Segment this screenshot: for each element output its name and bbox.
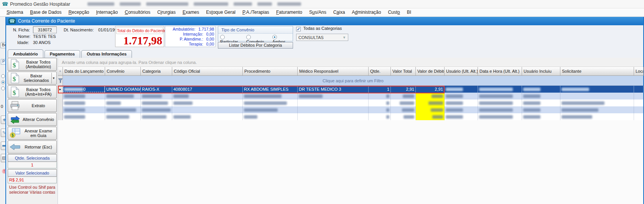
menu-item-bi[interactable]: BI bbox=[404, 9, 415, 16]
background-tab[interactable]: Be bbox=[0, 42, 5, 48]
cell-usuario-ult-alt[interactable] bbox=[445, 93, 478, 100]
cell-categoria[interactable]: RAIOS-X bbox=[141, 86, 172, 93]
column-header-convenio[interactable]: Convênio bbox=[105, 67, 141, 76]
cell-codigo-oficial[interactable]: 40808017 bbox=[172, 86, 243, 93]
cell-procedimento[interactable]: RX ABDOME SIMPLES bbox=[243, 86, 298, 93]
cell-local[interactable] bbox=[634, 93, 644, 100]
cell-convenio[interactable] bbox=[105, 100, 141, 106]
menu-item-internacao[interactable]: Internação bbox=[92, 9, 121, 16]
table-row-selected[interactable]: ▸0UNIMED GOIANIARAIOS-X40808017RX ABDOME… bbox=[58, 86, 643, 93]
cell-categoria[interactable] bbox=[141, 93, 172, 100]
baixar-selecionados-button[interactable]: $Baixar Selecionados▼ bbox=[8, 72, 57, 85]
tab-ambulatorio[interactable]: Ambulatório bbox=[8, 49, 43, 58]
row-indicator-cell[interactable] bbox=[58, 100, 63, 106]
menu-item-p-a-terapias[interactable]: P.A./Terapias bbox=[239, 9, 273, 16]
cell-solicitante[interactable] bbox=[560, 100, 634, 106]
row-indicator-header[interactable]: ✳ bbox=[58, 67, 63, 76]
cell-categoria[interactable] bbox=[141, 100, 172, 106]
cell-usuario-incluiu[interactable] bbox=[522, 100, 560, 106]
filter-funnel-cell[interactable] bbox=[58, 76, 63, 85]
cell-valor-total[interactable] bbox=[391, 93, 416, 100]
cell-usuario-incluiu[interactable] bbox=[522, 113, 560, 120]
cell-data-e-hora-ult-alt[interactable] bbox=[478, 100, 522, 106]
cell-local[interactable] bbox=[634, 106, 644, 113]
menu-item-custo[interactable]: Custo bbox=[384, 9, 403, 16]
menu-item-base-de-dados[interactable]: Base de Dados bbox=[26, 9, 65, 16]
ficha-value[interactable]: 318072 bbox=[33, 26, 57, 33]
cell-solicitante[interactable] bbox=[560, 93, 634, 100]
column-header-usuario-ult-alt[interactable]: Usuário (Ult. Alt.) bbox=[445, 67, 478, 76]
cell-local[interactable] bbox=[634, 100, 644, 106]
listar-debitos-button[interactable]: Listar Débitos Por Categoria bbox=[218, 42, 293, 49]
cell-codigo-oficial[interactable] bbox=[172, 93, 243, 100]
cell-qtde[interactable] bbox=[369, 106, 391, 113]
baixar-todos-ambulatorio-button[interactable]: $Baixar Todos (Ambulatório) bbox=[8, 58, 57, 71]
cell-data-do-lancamento[interactable]: 0 bbox=[63, 86, 105, 93]
menu-item-faturamento[interactable]: Faturamento bbox=[273, 9, 306, 16]
cell-qtde[interactable] bbox=[369, 100, 391, 106]
column-header-solicitante[interactable]: Solicitante bbox=[560, 67, 634, 76]
group-by-bar[interactable]: Arraste uma coluna aqui para agrupa-la. … bbox=[58, 58, 643, 67]
cell-usuario-incluiu[interactable] bbox=[522, 86, 560, 93]
menu-item-cirurgias[interactable]: Cirurgias bbox=[154, 9, 179, 16]
column-header-categoria[interactable]: Categoria bbox=[141, 67, 172, 76]
cell-valor-total[interactable] bbox=[391, 100, 416, 106]
row-indicator-cell[interactable]: ▸ bbox=[58, 86, 63, 93]
cell-procedimento[interactable] bbox=[243, 93, 298, 100]
cell-medico-responsavel[interactable] bbox=[298, 106, 369, 113]
cell-medico-responsavel[interactable]: DR TESTE MEDICO 3 bbox=[298, 86, 369, 93]
column-header-usuario-incluiu[interactable]: Usuário Incluiu bbox=[522, 67, 560, 76]
cell-solicitante[interactable] bbox=[560, 86, 634, 93]
cell-convenio[interactable] bbox=[105, 106, 141, 113]
alterar-convenio-button[interactable]: Alterar Convênio bbox=[8, 113, 57, 126]
window-titlebar[interactable]: ☎ Conta Corrente do Paciente bbox=[6, 17, 643, 25]
cell-qtde[interactable] bbox=[369, 93, 391, 100]
cell-qtde[interactable]: 1 bbox=[369, 86, 391, 93]
print-button[interactable] bbox=[1, 154, 5, 162]
anexar-exame-em-guia-button[interactable]: $Anexar Exame em Guia bbox=[8, 127, 57, 140]
cell-valor-de-debito[interactable]: 2,91 bbox=[416, 86, 445, 93]
cell-data-e-hora-ult-alt[interactable] bbox=[478, 86, 522, 93]
cell-convenio[interactable]: UNIMED GOIANIA bbox=[105, 86, 141, 93]
row-indicator-cell[interactable] bbox=[58, 93, 63, 100]
table-row[interactable] bbox=[58, 100, 643, 106]
menu-item-sistema[interactable]: Sistema bbox=[3, 9, 26, 16]
menu-item-administracao[interactable]: Administração bbox=[348, 9, 384, 16]
grid-filter-row[interactable]: Clique aqui para definir um Filtro bbox=[58, 76, 643, 86]
tab-pagamentos[interactable]: Pagamentos bbox=[44, 50, 80, 58]
cell-codigo-oficial[interactable] bbox=[172, 113, 243, 120]
cell-valor-total[interactable]: 2,91 bbox=[391, 86, 416, 93]
cell-local[interactable] bbox=[634, 86, 644, 93]
cell-data-e-hora-ult-alt[interactable] bbox=[478, 106, 522, 113]
cell-codigo-oficial[interactable] bbox=[172, 100, 243, 106]
row-indicator-cell[interactable] bbox=[58, 106, 63, 113]
cell-medico-responsavel[interactable] bbox=[298, 93, 369, 100]
table-row[interactable] bbox=[58, 93, 643, 100]
column-header-medico-responsavel[interactable]: Médico Responsável bbox=[298, 67, 369, 76]
table-row[interactable] bbox=[58, 113, 643, 120]
cell-medico-responsavel[interactable] bbox=[298, 113, 369, 120]
menu-item-estoque-geral[interactable]: Estoque Geral bbox=[203, 9, 239, 16]
categoria-dropdown[interactable]: CONSULTAS ▼ bbox=[296, 34, 348, 41]
menu-item-exames[interactable]: Exames bbox=[179, 9, 203, 16]
cell-data-do-lancamento[interactable] bbox=[63, 93, 105, 100]
menu-item-sus-ans[interactable]: Sus/Ans bbox=[306, 9, 330, 16]
cell-usuario-ult-alt[interactable] bbox=[445, 113, 478, 120]
cell-usuario-ult-alt[interactable] bbox=[445, 86, 478, 93]
extrato-button[interactable]: Extrato bbox=[8, 99, 57, 112]
menu-item-caixa[interactable]: Caixa bbox=[330, 9, 349, 16]
column-header-local[interactable]: Local bbox=[634, 67, 644, 76]
cell-usuario-ult-alt[interactable] bbox=[445, 100, 478, 106]
column-header-data-do-lancamento[interactable]: Data do Lançamento▼ bbox=[63, 67, 105, 76]
cell-valor-total[interactable] bbox=[391, 113, 416, 120]
cell-data-do-lancamento[interactable] bbox=[63, 106, 105, 113]
cell-solicitante[interactable] bbox=[560, 106, 634, 113]
cell-valor-de-debito[interactable] bbox=[416, 113, 445, 120]
cell-data-do-lancamento[interactable] bbox=[63, 113, 105, 120]
cell-procedimento[interactable] bbox=[243, 100, 298, 106]
column-header-codigo-oficial[interactable]: Código Oficial bbox=[172, 67, 243, 76]
todas-categorias-checkbox[interactable]: ✓ Todas as Categorias bbox=[296, 26, 342, 31]
cell-categoria[interactable] bbox=[141, 113, 172, 120]
tab-outras-informacoes[interactable]: Outras Informações bbox=[81, 50, 132, 58]
menu-item-recepcao[interactable]: Recepção bbox=[65, 9, 92, 16]
